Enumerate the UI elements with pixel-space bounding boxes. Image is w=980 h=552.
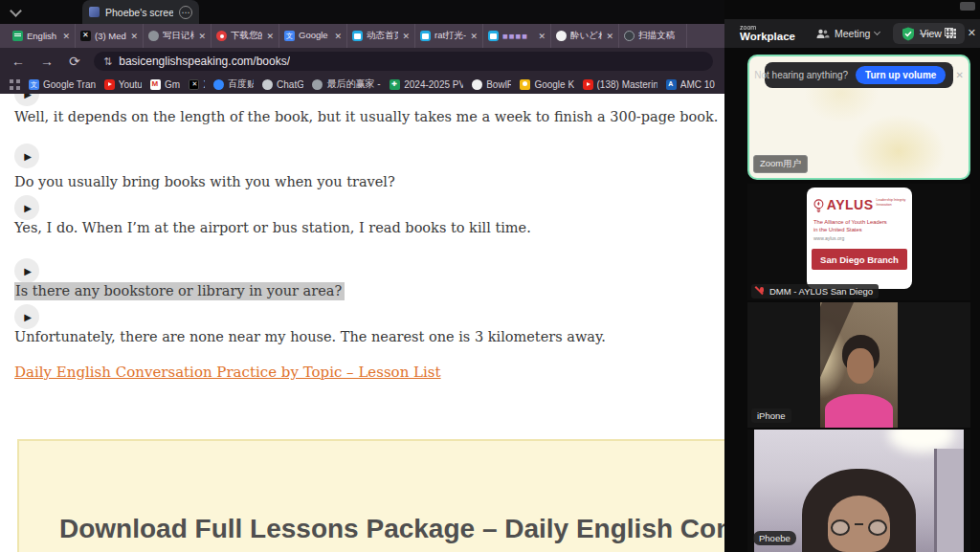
tab-close-icon[interactable]: ✕ — [402, 32, 410, 41]
tab-title: 下载您的文 — [231, 30, 262, 42]
paragraph-text: Well, it depends on the length of the bo… — [14, 109, 718, 124]
translate-bookmark-icon — [29, 79, 39, 90]
bookmark-item[interactable]: (138) Mastering A... — [583, 79, 657, 90]
back-button[interactable]: ← — [11, 53, 25, 70]
audio-play-button[interactable]: ▶ — [14, 144, 39, 168]
site-settings-icon[interactable]: ⇅ — [103, 55, 112, 68]
tab-close-icon[interactable]: ✕ — [266, 32, 274, 41]
browser-tab[interactable]: (3) Media✕ — [76, 24, 144, 48]
meeting-tab[interactable]: Meeting — [816, 28, 880, 39]
bookmarks-bar: Google TranslateYoutubeGmailX百度贴吧ChatGPT… — [0, 75, 724, 94]
meeting-label: Meeting — [835, 28, 870, 39]
audio-play-button[interactable]: ▶ — [14, 195, 39, 220]
forward-button[interactable]: → — [40, 53, 54, 70]
bookmark-item[interactable]: AMC 10 | O — [666, 79, 715, 90]
play-icon: ▶ — [24, 266, 32, 276]
gmail-bookmark-icon — [150, 79, 161, 90]
zoom-header: zoom Workplace Meeting View — ✕ — [724, 19, 980, 48]
browser-tab[interactable]: rat打光-✕ — [415, 24, 483, 48]
tab-close-icon[interactable]: ✕ — [198, 32, 206, 41]
zoom-workplace-logo: zoom Workplace — [740, 24, 795, 43]
zoom-brand-top: zoom — [740, 24, 795, 31]
reload-button[interactable]: ⟳ — [69, 53, 80, 70]
browser-tab[interactable]: 扫描文稿 — [619, 24, 687, 48]
bookmark-item[interactable]: Gmail — [150, 79, 180, 90]
video-tile-phoebe[interactable]: Phoebe — [747, 430, 970, 552]
bookmark-item[interactable]: 百度贴吧 — [213, 77, 254, 91]
more-options-icon[interactable]: ⋯ — [179, 6, 192, 19]
video-tile-iphone[interactable]: iPhone — [747, 302, 970, 428]
bookmark-label: AMC 10 | O — [680, 79, 715, 90]
bookmark-item[interactable]: Youtube — [104, 79, 142, 90]
chevron-down-icon[interactable] — [11, 7, 19, 14]
zoom-brand-bottom: Workplace — [740, 32, 795, 43]
security-shield-icon — [902, 27, 915, 41]
toast-close-icon[interactable]: ✕ — [955, 70, 963, 80]
amc-bookmark-icon — [666, 79, 677, 90]
download-heading: Download Full Lessons Package – Daily En… — [59, 514, 724, 544]
turn-up-volume-button[interactable]: Turn up volume — [856, 66, 946, 84]
participant-name: Phoebe — [759, 533, 791, 543]
yt-bookmark-icon — [104, 79, 115, 90]
tab-title: (3) Media — [95, 31, 126, 41]
browser-tab[interactable]: 酔いどれ知✕ — [551, 24, 619, 48]
tab-title: ■■■■ — [502, 31, 534, 41]
green-bookmark-icon — [390, 79, 400, 90]
gray-bookmark-icon — [312, 79, 323, 90]
tab-close-icon[interactable]: ✕ — [334, 32, 342, 41]
participant-name-badge: Phoebe — [753, 531, 796, 545]
window-fragment — [960, 2, 975, 11]
bookmark-label: ChatGPT — [277, 79, 303, 90]
bookmark-item[interactable]: ChatGPT — [262, 79, 303, 90]
whitecircle-favicon-icon — [556, 31, 567, 41]
video-tile-aylus[interactable]: AYLUS Leadership Integrity Innovation Th… — [747, 184, 970, 300]
play-icon: ▶ — [24, 151, 32, 162]
close-button[interactable]: ✕ — [968, 27, 976, 39]
aylus-tagline: Leadership Integrity Innovation — [877, 198, 907, 207]
browser-tab[interactable]: ■■■■✕ — [483, 24, 551, 48]
x-favicon-icon — [80, 31, 91, 41]
reddot-favicon-icon — [216, 31, 227, 41]
aylus-line2: in the United States — [813, 227, 907, 233]
maximize-button[interactable] — [945, 27, 953, 38]
tab-close-icon[interactable]: ✕ — [62, 32, 70, 41]
browser-tab[interactable]: 下载您的文✕ — [212, 24, 279, 48]
bookmark-label: BowlRoll — [486, 79, 511, 90]
highlighted-text: Is there any bookstore or library in you… — [14, 282, 345, 300]
participant-name: DMM - AYLUS San Diego — [769, 286, 873, 297]
participant-name-badge: iPhone — [751, 408, 791, 423]
minimize-button[interactable]: — — [920, 27, 930, 38]
audio-play-button[interactable]: ▶ — [14, 304, 39, 329]
zoom-share-tab-bar: Phoebe's screen ⋯ — [0, 0, 724, 24]
paragraph-text: Unfortunately, there are none near my ho… — [14, 329, 606, 344]
participant-name: Zoom用户 — [760, 158, 801, 170]
browser-tab[interactable]: Google 翻✕ — [279, 24, 347, 48]
browser-tab[interactable]: 写日记样本✕ — [144, 24, 212, 48]
toast-text: Not hearing anything? — [754, 70, 848, 80]
browser-tab[interactable]: 动态首页-✕ — [347, 24, 415, 48]
translate-favicon-icon — [284, 31, 295, 41]
bookmark-item[interactable]: 2024-2025 PVSA... — [390, 79, 463, 90]
tab-close-icon[interactable]: ✕ — [470, 32, 478, 41]
tab-close-icon[interactable]: ✕ — [606, 32, 613, 41]
participant-video — [820, 302, 898, 428]
apps-grid-icon[interactable] — [10, 79, 20, 90]
bookmark-item[interactable]: BowlRoll — [472, 79, 511, 90]
bookmark-label: 百度贴吧 — [228, 77, 254, 91]
url-text[interactable]: basicenglishspeaking.com/books/ — [119, 55, 290, 68]
video-tile-active-speaker[interactable]: Not hearing anything? Turn up volume ✕ Z… — [747, 55, 970, 180]
bookmark-item[interactable]: 最后的赢家 - 理砂 — [312, 77, 381, 91]
browser-tab-strip: English 10✕(3) Media✕写日记样本✕下载您的文✕Google … — [0, 24, 724, 48]
tab-close-icon[interactable]: ✕ — [538, 32, 546, 41]
bookmark-item[interactable]: X — [189, 79, 205, 90]
browser-tab[interactable]: English 10✕ — [8, 24, 76, 48]
bookmark-item[interactable]: Google Keep — [520, 79, 573, 90]
bookmark-item[interactable]: Google Translate — [29, 79, 96, 90]
audio-play-button[interactable]: ▶ — [14, 94, 39, 106]
tab-close-icon[interactable]: ✕ — [130, 32, 138, 41]
shared-screen-tab[interactable]: Phoebe's screen ⋯ — [82, 0, 199, 24]
lesson-list-link[interactable]: Daily English Conversation Practice by T… — [14, 364, 441, 381]
audio-play-button[interactable]: ▶ — [14, 258, 39, 283]
address-bar[interactable]: ⇅ basicenglishspeaking.com/books/ — [94, 52, 713, 71]
lightbulb-flame-icon — [813, 195, 824, 218]
